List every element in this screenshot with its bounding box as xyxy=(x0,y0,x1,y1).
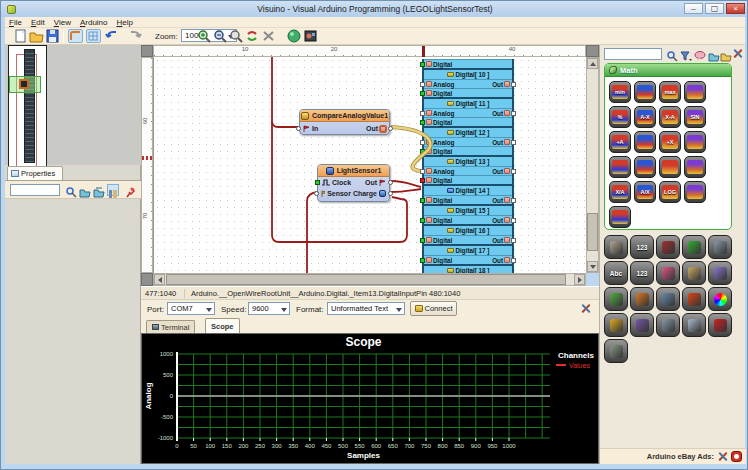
palette-item-modulo[interactable]: % xyxy=(609,106,631,128)
category-button-converters[interactable] xyxy=(604,287,628,311)
delete-button[interactable] xyxy=(261,29,276,43)
palette-item-add-value[interactable]: +A xyxy=(609,131,631,153)
component-light-sensor[interactable]: LightSensor1 Clock Out Sensor Charge xyxy=(317,164,390,202)
channel-block[interactable]: Digital[ 11 ]AnalogOutDigital xyxy=(424,97,512,126)
tab-properties[interactable]: Properties xyxy=(7,166,63,180)
category-button-logic[interactable] xyxy=(682,235,706,259)
palette-item-subtract-from-value[interactable]: A-X xyxy=(634,106,656,128)
design-canvas[interactable]: DigitalDigital[ 10 ]AnalogOutDigitalDigi… xyxy=(153,57,586,273)
collapse-all-icon[interactable] xyxy=(93,184,105,196)
search-icon[interactable] xyxy=(65,184,77,196)
collapse-categories-icon[interactable] xyxy=(720,48,732,60)
undo-button[interactable] xyxy=(105,29,120,43)
pin-icon[interactable] xyxy=(125,184,137,196)
channel-block[interactable]: Digital[ 15 ]DigitalOut xyxy=(424,204,512,224)
category-button-plumbing[interactable] xyxy=(656,313,680,337)
menu-view[interactable]: View xyxy=(54,17,71,28)
navigator-viewport[interactable] xyxy=(9,76,41,93)
navigator-thumbnail[interactable] xyxy=(8,45,47,174)
properties-filter-input[interactable] xyxy=(10,184,60,196)
maximize-button[interactable]: ▢ xyxy=(705,3,724,14)
channel-block[interactable]: Digital[ 16 ]DigitalOut xyxy=(424,224,512,244)
scroll-up-button[interactable] xyxy=(587,58,598,69)
category-button-color[interactable] xyxy=(708,287,732,311)
expand-categories-icon[interactable] xyxy=(708,48,720,60)
scroll-down-button[interactable] xyxy=(587,261,598,272)
pin-digital[interactable] xyxy=(420,91,425,96)
category-button-structure[interactable] xyxy=(656,235,680,259)
category-button-text[interactable]: Abc xyxy=(604,261,628,285)
vertical-scroll-thumb[interactable] xyxy=(587,213,598,251)
palette-search-input[interactable] xyxy=(604,48,662,60)
pin-charge[interactable] xyxy=(388,191,393,196)
palette-item-accumulate[interactable] xyxy=(634,156,656,178)
upload-button[interactable] xyxy=(303,29,318,43)
pin-out[interactable] xyxy=(388,126,393,131)
pin-digital[interactable] xyxy=(420,178,425,183)
port-select[interactable]: COM7 xyxy=(167,302,215,315)
component-compare-analog-value[interactable]: CompareAnalogValue1 In Out xyxy=(299,109,390,135)
category-button-motors[interactable] xyxy=(708,235,732,259)
pin-analog[interactable] xyxy=(420,82,425,87)
horizontal-scrollbar[interactable] xyxy=(153,273,586,286)
scroll-left-button[interactable] xyxy=(154,274,165,285)
channel-block[interactable]: Digital[ 13 ]AnalogOutDigital xyxy=(424,155,512,184)
category-button-measurement[interactable] xyxy=(682,287,706,311)
search-icon[interactable] xyxy=(666,48,678,60)
wire-sensor-down[interactable] xyxy=(307,192,318,273)
scroll-right-button[interactable] xyxy=(574,274,585,285)
palette-item-average[interactable] xyxy=(634,131,656,153)
category-button-power[interactable] xyxy=(708,313,732,337)
channel-block[interactable]: Digital[ 18 ]DigitalOut xyxy=(424,264,512,273)
wire-route-toggle[interactable] xyxy=(68,29,83,43)
category-button-analog[interactable]: 123 xyxy=(630,261,654,285)
menu-help[interactable]: Help xyxy=(117,17,133,28)
palette-item-log[interactable]: LOG xyxy=(659,181,681,203)
pin-analog[interactable] xyxy=(420,111,425,116)
pin-digital[interactable] xyxy=(420,258,425,263)
pin-out[interactable] xyxy=(511,82,516,87)
new-project-button[interactable] xyxy=(13,29,28,43)
pin-out[interactable] xyxy=(511,140,516,145)
compile-button[interactable] xyxy=(287,29,302,43)
category-button-tools[interactable] xyxy=(604,235,628,259)
close-button[interactable]: × xyxy=(726,3,745,14)
pin-out[interactable] xyxy=(511,258,516,263)
settings-tools-icon[interactable] xyxy=(717,451,728,462)
menu-file[interactable]: File xyxy=(9,17,22,28)
grid-toggle[interactable] xyxy=(86,29,101,43)
category-button-filters[interactable] xyxy=(708,261,732,285)
palette-item-divide-value[interactable]: A/X xyxy=(634,181,656,203)
wire-loop[interactable] xyxy=(272,57,407,242)
pin-digital[interactable] xyxy=(420,218,425,223)
palette-item-multiply-by-value[interactable]: +X xyxy=(659,131,681,153)
red-badge-icon[interactable] xyxy=(731,451,742,462)
wire-charge[interactable] xyxy=(391,189,421,192)
minimize-button[interactable]: – xyxy=(684,3,703,14)
category-button-communication[interactable] xyxy=(604,339,628,363)
category-button-time[interactable] xyxy=(604,313,628,337)
speed-select[interactable]: 9600 xyxy=(248,302,290,315)
category-button-protocols[interactable] xyxy=(682,313,706,337)
disconnect-tools-icon[interactable] xyxy=(580,303,591,314)
pin-out[interactable] xyxy=(388,180,393,185)
pin-digital[interactable] xyxy=(420,120,425,125)
pin-analog[interactable] xyxy=(420,140,425,145)
format-select[interactable]: Unformatted Text xyxy=(327,302,405,315)
connect-button[interactable]: Connect xyxy=(410,301,457,316)
zoom-in-button[interactable] xyxy=(197,29,212,43)
channel-block[interactable]: Digital[ 14 ]DigitalOut xyxy=(424,184,512,204)
channel-block[interactable]: Digital[ 17 ]DigitalOut xyxy=(424,244,512,264)
chat-icon[interactable] xyxy=(694,48,706,60)
palette-item-absolute[interactable] xyxy=(684,156,706,178)
refresh-button[interactable] xyxy=(245,29,260,43)
channel-block[interactable]: Digital xyxy=(424,59,512,68)
pin-in[interactable] xyxy=(296,126,301,131)
category-button-numbers[interactable]: 123 xyxy=(630,235,654,259)
palette-item-integrate[interactable] xyxy=(659,156,681,178)
menu-arduino[interactable]: Arduino xyxy=(80,17,108,28)
category-button-generators[interactable] xyxy=(656,261,680,285)
horizontal-scroll-thumb[interactable] xyxy=(166,274,566,285)
pin-digital[interactable] xyxy=(420,62,425,67)
category-button-displays[interactable] xyxy=(656,287,680,311)
